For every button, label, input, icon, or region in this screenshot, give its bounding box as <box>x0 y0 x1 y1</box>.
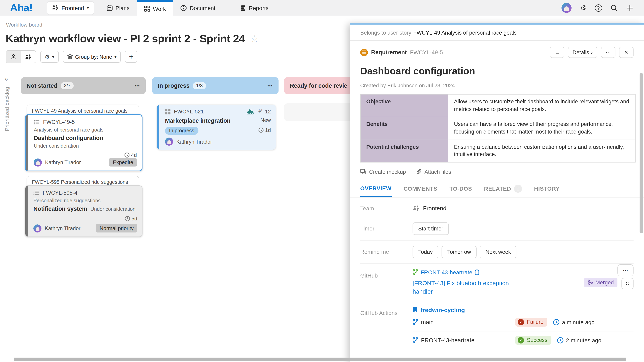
search-icon[interactable] <box>610 4 618 11</box>
nav-tab-reports[interactable]: Reports <box>233 0 276 16</box>
nav-tab-plans[interactable]: Plans <box>100 0 137 16</box>
more-options-button[interactable]: ⋯ <box>601 47 616 58</box>
column-count: 2/7 <box>60 82 74 89</box>
grid-icon <box>144 6 150 12</box>
team-value[interactable]: Frontend <box>423 205 446 212</box>
tab-comments[interactable]: COMMENTS <box>404 185 437 196</box>
clock-icon <box>124 152 130 158</box>
panel-vertical-scrollbar[interactable] <box>640 73 643 233</box>
board-settings-button[interactable]: ⚙ ▾ <box>40 51 58 63</box>
card-fwcyl-595-4[interactable]: FWCYL-595-4 Personalized ride suggestion… <box>25 185 142 237</box>
copy-clipboard-icon[interactable] <box>475 270 480 275</box>
run-status-badge: ✓ Success <box>515 336 552 345</box>
github-pr-link[interactable]: [FRONT-43] Fix bluetooth exception handl… <box>412 279 521 296</box>
run-time-text: a minute ago <box>562 319 595 325</box>
belongs-row: Belongs to user story FWCYL-49 Analysis … <box>350 25 644 41</box>
clock-icon <box>553 319 560 325</box>
tab-overview[interactable]: OVERVIEW <box>360 185 392 197</box>
list-icon <box>34 190 40 195</box>
detail-panel: Belongs to user story FWCYL-49 Analysis … <box>350 23 644 362</box>
git-branch-icon <box>412 319 418 325</box>
github-more-button[interactable]: ⋯ <box>618 264 634 276</box>
table-row-text: Ensuring a balance between customization… <box>448 140 635 162</box>
column-label: Not started <box>26 82 57 89</box>
card-status: Under consideration <box>34 143 137 149</box>
card-id: FWCYL-49-5 <box>43 119 75 125</box>
merged-status-badge: Merged <box>584 278 618 287</box>
field-label: Timer <box>360 225 412 232</box>
attach-files-button[interactable]: Attach files <box>416 169 451 175</box>
aha-logo[interactable]: Aha! <box>10 1 32 14</box>
board-toolbar: ⚙ ▾ Group by: None ▾ + <box>6 50 138 63</box>
prioritized-backlog-rail: » Prioritized backlog <box>0 74 14 362</box>
user-avatar[interactable] <box>562 3 572 13</box>
remind-next-week-button[interactable]: Next week <box>480 246 516 258</box>
field-github: GitHub FRONT-43-heartrate [FRONT-4 <box>360 264 634 301</box>
team-icon <box>52 5 59 11</box>
assignee-avatar <box>165 138 173 146</box>
favorite-star-icon[interactable]: ☆ <box>250 34 258 44</box>
card-age: 4d <box>131 152 137 158</box>
table-row: Benefits Users can have a tailored view … <box>360 117 635 140</box>
project-switcher[interactable]: Frontend ▾ <box>47 1 94 14</box>
tab-related[interactable]: RELATED 1 <box>484 185 522 197</box>
team-work-toggle[interactable] <box>21 51 36 63</box>
remind-today-button[interactable]: Today <box>412 246 438 258</box>
overview-fields: Team Frontend Timer Start timer Remind m… <box>350 198 644 354</box>
column-menu-icon[interactable]: ⋯ <box>134 83 140 89</box>
belongs-story-link[interactable]: FWCYL-49 Analysis of personal race goals <box>413 30 516 36</box>
remind-tomorrow-button[interactable]: Tomorrow <box>442 246 477 258</box>
priority-badge: Expedite <box>109 158 137 167</box>
field-label: Team <box>360 205 412 212</box>
group-by-label: Group by: None <box>75 54 112 60</box>
panel-header: Requirement FWCYL-49-5 ← Details› ⋯ × <box>350 43 644 61</box>
create-mockup-button[interactable]: Create mockup <box>360 169 406 175</box>
column-in-progress[interactable]: In progress 1/3 ⋯ <box>152 77 278 94</box>
assignee-avatar <box>34 158 42 166</box>
card-fwcyl-521[interactable]: FWCYL-521 ♡# 12 Marketplace integration … <box>157 105 276 150</box>
details-button[interactable]: Details› <box>568 47 597 58</box>
description-table: Objective Allow users to customize their… <box>360 94 636 162</box>
add-icon[interactable]: + <box>626 3 634 12</box>
add-card-button[interactable]: + <box>125 51 138 63</box>
belongs-label: Belongs to user story <box>360 30 411 36</box>
clock-icon <box>258 127 264 133</box>
column-menu-icon[interactable]: ⋯ <box>267 83 273 89</box>
nav-tab-work[interactable]: Work <box>137 0 173 16</box>
expand-backlog-icon[interactable]: » <box>3 77 10 81</box>
back-button[interactable]: ← <box>550 47 564 58</box>
run-branch-name: main <box>421 319 434 325</box>
github-repo-link[interactable]: fredwin-cycling <box>420 307 465 313</box>
assignee-name: Kathryn Tirador <box>176 139 212 145</box>
tab-todos[interactable]: TO-DOS <box>450 185 472 196</box>
chevron-down-icon: ▾ <box>52 54 54 59</box>
app-root: Aha! Frontend ▾ Plans Work Document <box>0 0 644 362</box>
tab-history[interactable]: HISTORY <box>534 185 560 196</box>
start-timer-button[interactable]: Start timer <box>412 222 449 235</box>
run-time-text: 2 minutes ago <box>566 337 601 344</box>
card-fwcyl-49-5[interactable]: FWCYL-49-5 Analysis of personal race goa… <box>25 114 142 171</box>
column-not-started[interactable]: Not started 2/7 ⋯ <box>21 77 146 94</box>
horizontal-scrollbar[interactable] <box>14 358 626 361</box>
github-branch-link[interactable]: FRONT-43-heartrate <box>420 269 472 276</box>
mockup-icon <box>360 169 366 175</box>
settings-gear-icon[interactable]: ⚙ <box>580 4 586 11</box>
assignee-name: Kathryn Tirador <box>45 225 80 231</box>
run-status-badge: ✓ Failure <box>515 318 548 327</box>
panel-accent-strip <box>350 23 644 25</box>
help-icon[interactable]: ? <box>595 4 602 11</box>
gear-icon: ⚙ <box>45 54 50 59</box>
card-id: FWCYL-521 <box>174 109 204 115</box>
nav-tab-reports-label: Reports <box>249 5 268 11</box>
nav-tab-document[interactable]: Document <box>173 0 223 16</box>
record-title[interactable]: Dashboard configuration <box>350 61 644 77</box>
field-github-actions: GitHub Actions fredwin-cycling <box>360 301 634 354</box>
refresh-icon[interactable]: ↻ <box>622 278 634 289</box>
close-button[interactable]: × <box>619 47 634 58</box>
my-work-toggle[interactable] <box>6 51 21 63</box>
group-by-button[interactable]: Group by: None ▾ <box>62 51 121 63</box>
table-row-label: Potential challenges <box>360 140 448 162</box>
chevron-down-icon: ▾ <box>87 6 89 10</box>
assignee-name: Kathryn Tirador <box>45 159 81 165</box>
nav-right-cluster: ⚙ ? + <box>562 3 634 13</box>
